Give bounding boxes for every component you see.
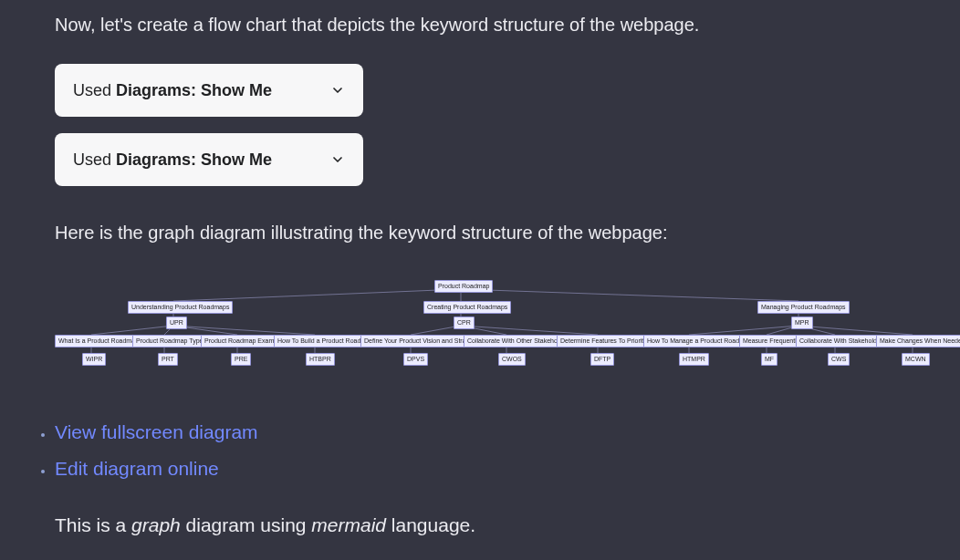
chevron-down-icon (330, 83, 345, 98)
graph-node-root: Product Roadmap (434, 280, 493, 293)
svg-line-16 (798, 326, 913, 335)
graph-leaf-code: MCWN (902, 353, 930, 366)
graph-leaf-code: HTBPR (306, 353, 335, 366)
mermaid-graph-diagram: Product Roadmap Understanding Product Ro… (55, 275, 958, 385)
graph-node-code: UPR (166, 316, 187, 329)
graph-leaf-code: PRE (231, 353, 251, 366)
list-item: Edit diagram online (55, 458, 905, 480)
graph-node: Understanding Product Roadmaps (128, 301, 233, 314)
graph-leaf-code: PRT (158, 353, 178, 366)
graph-leaf-code: CWS (828, 353, 850, 366)
graph-node: Managing Product Roadmaps (757, 301, 850, 314)
edit-diagram-link[interactable]: Edit diagram online (55, 458, 219, 479)
graph-leaf: Determine Features To Prioritize (557, 335, 655, 347)
action-links-list: View fullscreen diagram Edit diagram onl… (55, 421, 905, 480)
plugin-call-label: Used Diagrams: Show Me (73, 150, 272, 170)
graph-leaf-code: CWOS (498, 353, 526, 366)
plugin-call-card[interactable]: Used Diagrams: Show Me (55, 64, 363, 117)
svg-line-12 (461, 326, 598, 335)
graph-leaf-code: DPVS (403, 353, 428, 366)
svg-line-0 (173, 289, 461, 301)
chevron-down-icon (330, 152, 345, 167)
graph-leaf: Product Roadmap Types (132, 335, 210, 347)
graph-leaf-code: HTMPR (679, 353, 709, 366)
graph-node-code: CPR (454, 316, 475, 329)
svg-line-9 (173, 326, 315, 335)
svg-line-2 (461, 289, 798, 301)
graph-leaf: Measure Frequently (739, 335, 803, 347)
svg-line-6 (91, 326, 173, 335)
graph-edges (55, 275, 958, 385)
intro-paragraph: Now, let's create a flow chart that depi… (55, 11, 905, 38)
graph-leaf-code: WIPR (82, 353, 106, 366)
assistant-message: Now, let's create a flow chart that depi… (0, 0, 960, 540)
plugin-call-card[interactable]: Used Diagrams: Show Me (55, 133, 363, 186)
plugin-call-label: Used Diagrams: Show Me (73, 81, 272, 100)
footer-paragraph: This is a graph diagram using mermaid la… (55, 511, 905, 540)
graph-leaf-code: DFTP (590, 353, 614, 366)
graph-leaf: Make Changes When Needed (876, 335, 960, 347)
graph-node-code: MPR (791, 316, 813, 329)
graph-node: Creating Product Roadmaps (423, 301, 511, 314)
view-fullscreen-link[interactable]: View fullscreen diagram (55, 421, 258, 442)
list-item: View fullscreen diagram (55, 421, 905, 443)
graph-leaf-code: MF (761, 353, 777, 366)
result-intro-paragraph: Here is the graph diagram illustrating t… (55, 219, 905, 246)
